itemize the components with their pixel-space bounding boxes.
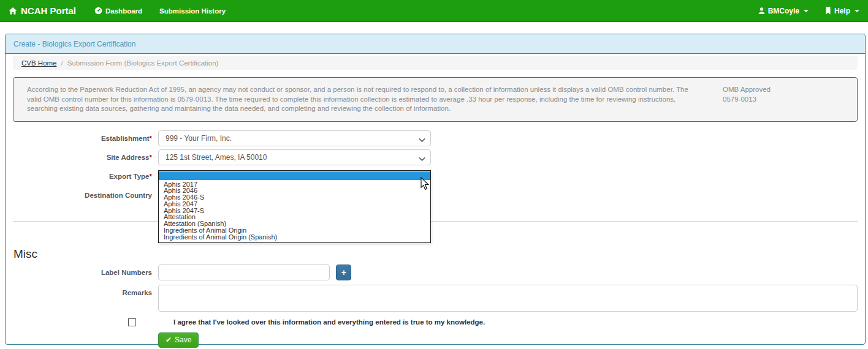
export-type-label-text: Export Type: [109, 173, 150, 180]
export-type-option[interactable]: Ingredients of Animal Origin (Spanish): [159, 234, 430, 241]
destination-country-label-text: Destination Country: [85, 192, 152, 199]
export-type-option[interactable]: Aphis 2047: [159, 201, 430, 208]
agreement-checkbox[interactable]: [128, 318, 136, 326]
omb-notice-box: According to the Paperwork Reduction Act…: [13, 77, 858, 122]
remarks-label-text: Remarks: [122, 289, 152, 296]
caret-down-icon: [804, 10, 809, 12]
site-address-label-text: Site Address: [107, 154, 150, 161]
nav-item-submission-history-label: Submission History: [159, 7, 226, 15]
omb-notice-text: According to the Paperwork Reduction Act…: [27, 85, 704, 114]
export-type-dropdown: Aphis 2017Aphis 2046Aphis 2046-SAphis 20…: [158, 170, 431, 243]
nav-item-submission-history[interactable]: Submission History: [159, 7, 226, 15]
site-address-select[interactable]: 125 1st Street, Ames, IA 50010: [158, 149, 431, 165]
page-title: Create - Biologics Export Certification: [6, 34, 865, 54]
export-type-option[interactable]: Aphis 2046-S: [159, 194, 430, 201]
misc-section-heading: Misc: [13, 247, 858, 261]
breadcrumb-current: Submission Form (Biologics Export Certif…: [67, 59, 219, 67]
remarks-row: Remarks: [13, 285, 858, 314]
label-numbers-input[interactable]: [158, 265, 330, 280]
chevron-down-icon: [419, 136, 425, 144]
user-menu[interactable]: BMCoyle: [758, 7, 809, 15]
label-numbers-row: Label Numbers +: [13, 265, 858, 280]
save-button-label: Save: [175, 336, 191, 344]
establishment-select[interactable]: 999 - Your Firm, Inc.: [158, 130, 431, 146]
export-type-option[interactable]: Aphis 2017: [159, 181, 430, 188]
top-navbar: NCAH Portal Dashboard Submission History…: [0, 0, 868, 22]
establishment-label: Establishment*: [13, 130, 158, 146]
required-asterisk: *: [150, 173, 152, 180]
nav-item-dashboard-label: Dashboard: [105, 7, 142, 15]
label-numbers-label: Label Numbers: [13, 265, 158, 280]
export-type-option[interactable]: Ingredients of Animal Origin: [159, 227, 430, 234]
breadcrumb-separator: /: [61, 59, 63, 67]
agreement-row: I agree that I've looked over this infor…: [13, 317, 858, 329]
chevron-down-icon: [419, 155, 425, 163]
omb-approved-text: OMB Approved 0579-0013: [723, 85, 771, 114]
dashboard-icon: [94, 7, 102, 15]
establishment-select-value: 999 - Your Firm, Inc.: [166, 134, 232, 143]
site-address-label: Site Address*: [13, 149, 158, 165]
main-panel: Create - Biologics Export Certification …: [5, 34, 866, 345]
user-menu-label: BMCoyle: [768, 7, 799, 15]
panel-body: CVB Home / Submission Form (Biologics Ex…: [6, 54, 865, 348]
remarks-label: Remarks: [13, 285, 158, 314]
home-icon: [9, 7, 17, 15]
section-divider: [13, 221, 858, 222]
destination-country-row: Destination Country: [13, 187, 858, 203]
nav-item-dashboard[interactable]: Dashboard: [94, 7, 142, 15]
caret-down-icon: [855, 10, 859, 12]
required-asterisk: *: [150, 154, 152, 161]
breadcrumb-cvb-home-link[interactable]: CVB Home: [21, 59, 57, 67]
add-icon: +: [341, 268, 346, 277]
export-type-label: Export Type*: [13, 168, 158, 184]
required-asterisk: *: [150, 135, 152, 142]
site-address-row: Site Address* 125 1st Street, Ames, IA 5…: [13, 149, 858, 165]
check-icon: ✔: [166, 336, 172, 344]
export-type-row: Export Type* Aphis 2017Aphis 2046Aphis 2…: [13, 168, 858, 184]
breadcrumb: CVB Home / Submission Form (Biologics Ex…: [13, 56, 858, 70]
export-type-option[interactable]: [159, 171, 430, 180]
user-icon: [758, 7, 766, 15]
add-label-number-button[interactable]: +: [336, 265, 351, 280]
establishment-row: Establishment* 999 - Your Firm, Inc.: [13, 130, 858, 146]
agreement-text: I agree that I've looked over this infor…: [158, 317, 485, 326]
navbar-brand-label: NCAH Portal: [21, 6, 76, 16]
label-numbers-label-text: Label Numbers: [101, 269, 152, 276]
save-button[interactable]: ✔ Save: [158, 332, 199, 348]
establishment-label-text: Establishment: [101, 135, 150, 142]
help-menu-label: Help: [834, 7, 850, 15]
help-menu[interactable]: Help: [824, 7, 859, 15]
site-address-select-value: 125 1st Street, Ames, IA 50010: [166, 153, 267, 162]
destination-country-label: Destination Country: [13, 187, 158, 203]
remarks-textarea[interactable]: [158, 285, 858, 312]
agreement-checkbox-column: [13, 317, 158, 329]
help-icon: [824, 7, 832, 15]
export-type-option[interactable]: Aphis 2047-S: [159, 208, 430, 214]
navbar-brand[interactable]: NCAH Portal: [9, 6, 76, 16]
